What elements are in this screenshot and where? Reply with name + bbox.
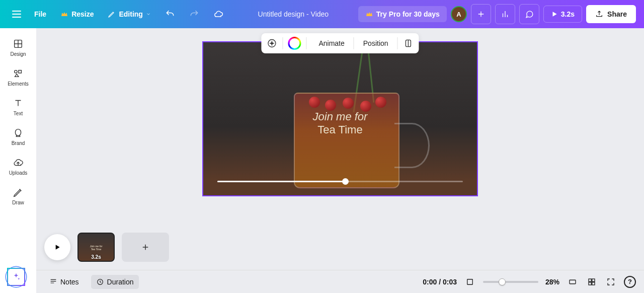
separator	[354, 37, 354, 49]
share-icon	[595, 10, 603, 18]
svg-rect-2	[19, 70, 21, 74]
clip-thumbnail[interactable]: Join me for Tea Time 3.2s	[77, 233, 115, 262]
resize-label: Resize	[71, 10, 94, 18]
sidebar-item-design[interactable]: Design	[0, 33, 36, 62]
separator	[397, 37, 398, 49]
svg-point-1	[15, 70, 18, 74]
share-button[interactable]: Share	[586, 5, 636, 23]
crown-icon	[365, 10, 373, 18]
zoom-thumb[interactable]	[499, 278, 506, 285]
comment-button[interactable]	[519, 4, 539, 24]
editing-dropdown[interactable]: Editing	[103, 6, 155, 22]
sidebar-item-label: Text	[14, 111, 23, 116]
cloud-sync-button[interactable]	[208, 4, 228, 24]
avatar[interactable]: A	[451, 6, 467, 22]
transparency-button[interactable]	[403, 38, 414, 49]
draw-icon	[13, 187, 24, 198]
grid-icon	[587, 277, 596, 286]
sidebar-item-brand[interactable]: Brand	[0, 122, 36, 151]
sidebar-item-label: Elements	[8, 81, 29, 87]
uploads-icon	[13, 157, 24, 168]
svg-rect-8	[467, 279, 473, 284]
cloud-icon	[213, 9, 223, 19]
scale-view-button[interactable]	[567, 276, 579, 288]
animate-button[interactable]: Animate	[311, 36, 348, 50]
sidebar-item-draw[interactable]: Draw	[0, 182, 36, 210]
undo-button[interactable]	[160, 4, 180, 24]
undo-icon	[165, 9, 175, 19]
transparency-icon	[404, 38, 414, 48]
pages-icon	[465, 277, 474, 286]
insights-button[interactable]	[495, 4, 515, 24]
clip-mini-text: Join me for Tea Time	[78, 245, 114, 251]
crown-icon	[60, 10, 68, 18]
brand-icon	[13, 127, 24, 138]
position-button[interactable]: Position	[359, 36, 392, 50]
fullscreen-icon	[606, 277, 615, 286]
canvas-text-line1: Join me for	[203, 110, 477, 123]
play-icon	[551, 11, 558, 18]
time-display: 0:00 / 0:03	[423, 278, 457, 286]
svg-rect-12	[589, 282, 591, 284]
canvas-text[interactable]: Join me for Tea Time	[203, 110, 477, 137]
file-button[interactable]: File	[29, 6, 51, 22]
elements-icon	[13, 68, 24, 79]
play-preview-button[interactable]: 3.2s	[543, 6, 582, 23]
video-canvas[interactable]: Join me for Tea Time	[202, 41, 478, 196]
text-icon	[13, 98, 24, 109]
zoom-slider[interactable]	[483, 281, 538, 283]
sidebar: Design Elements Text Brand Uploads Draw	[0, 28, 36, 293]
pages-view-button[interactable]	[464, 276, 476, 288]
play-button[interactable]	[44, 234, 70, 260]
editing-label: Editing	[119, 10, 142, 18]
svg-rect-13	[592, 282, 595, 284]
design-title-input[interactable]	[249, 10, 337, 18]
help-button[interactable]: ?	[624, 276, 636, 288]
clock-icon	[96, 278, 104, 286]
fullscreen-button[interactable]	[605, 276, 617, 288]
design-icon	[13, 38, 24, 49]
add-collaborator-button[interactable]	[471, 4, 491, 24]
sidebar-item-label: Design	[10, 51, 26, 57]
svg-rect-11	[592, 279, 595, 281]
plus-icon	[476, 10, 486, 19]
preview-time-label: 3.2s	[561, 10, 575, 18]
avatar-initial: A	[456, 11, 461, 18]
separator	[282, 37, 283, 49]
video-progress-track[interactable]	[217, 181, 463, 182]
share-label: Share	[607, 10, 627, 18]
sidebar-item-elements[interactable]: Elements	[0, 63, 36, 92]
context-toolbar: Animate Position	[261, 33, 419, 53]
menu-button[interactable]	[8, 7, 25, 22]
sidebar-item-label: Draw	[12, 200, 24, 205]
sidebar-item-label: Uploads	[9, 170, 28, 176]
magic-button[interactable]	[7, 268, 25, 286]
try-pro-button[interactable]: Try Pro for 30 days	[358, 6, 447, 22]
duration-label: Duration	[107, 278, 134, 286]
separator	[306, 37, 306, 49]
animate-label: Animate	[318, 39, 344, 47]
notes-label: Notes	[60, 278, 79, 286]
video-progress-thumb[interactable]	[342, 178, 349, 185]
svg-rect-10	[589, 279, 591, 281]
sidebar-item-text[interactable]: Text	[0, 93, 36, 121]
chevron-down-icon	[146, 12, 151, 17]
svg-rect-9	[570, 280, 576, 284]
clip-duration-label: 3.2s	[91, 254, 101, 260]
notes-button[interactable]: Notes	[44, 275, 84, 289]
plus-icon	[141, 243, 150, 252]
zoom-percent-label: 28%	[545, 278, 559, 286]
comment-icon	[525, 10, 534, 19]
duration-button[interactable]: Duration	[91, 275, 139, 289]
ai-generate-button[interactable]	[266, 38, 277, 49]
sidebar-item-uploads[interactable]: Uploads	[0, 152, 36, 181]
resize-button[interactable]: Resize	[55, 6, 99, 22]
add-page-button[interactable]	[122, 233, 169, 262]
redo-button[interactable]	[184, 4, 204, 24]
grid-view-button[interactable]	[586, 276, 598, 288]
sparkle-icon	[12, 272, 21, 281]
video-progress-fill	[217, 181, 345, 182]
try-pro-label: Try Pro for 30 days	[376, 10, 440, 18]
redo-icon	[189, 9, 199, 19]
color-picker-button[interactable]	[288, 37, 301, 50]
